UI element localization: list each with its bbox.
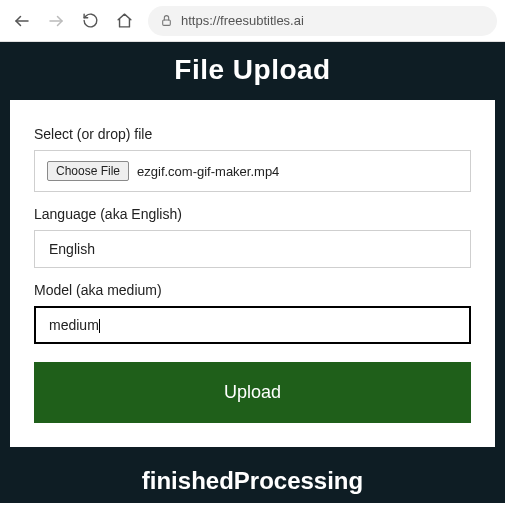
svg-rect-2 xyxy=(163,20,171,25)
language-input[interactable]: English xyxy=(34,230,471,268)
reload-button[interactable] xyxy=(76,7,104,35)
browser-bar: https://freesubtitles.ai xyxy=(0,0,505,42)
card-wrap: Select (or drop) file Choose File ezgif.… xyxy=(0,100,505,447)
url-text: https://freesubtitles.ai xyxy=(181,13,304,28)
footer-bar: finishedProcessing xyxy=(0,447,505,503)
file-input[interactable]: Choose File ezgif.com-gif-maker.mp4 xyxy=(34,150,471,192)
upload-card: Select (or drop) file Choose File ezgif.… xyxy=(10,100,495,447)
home-button[interactable] xyxy=(110,7,138,35)
file-label: Select (or drop) file xyxy=(34,126,471,142)
address-bar[interactable]: https://freesubtitles.ai xyxy=(148,6,497,36)
forward-button[interactable] xyxy=(42,7,70,35)
page-header: File Upload xyxy=(0,42,505,100)
model-input[interactable]: medium xyxy=(34,306,471,344)
chosen-file-name: ezgif.com-gif-maker.mp4 xyxy=(137,164,279,179)
upload-button[interactable]: Upload xyxy=(34,362,471,423)
language-value: English xyxy=(49,241,95,257)
lock-icon xyxy=(160,14,173,27)
choose-file-button[interactable]: Choose File xyxy=(47,161,129,181)
language-label: Language (aka English) xyxy=(34,206,471,222)
model-value: medium xyxy=(49,317,100,333)
status-heading: finishedProcessing xyxy=(0,467,505,495)
page-title: File Upload xyxy=(0,54,505,86)
back-button[interactable] xyxy=(8,7,36,35)
model-label: Model (aka medium) xyxy=(34,282,471,298)
